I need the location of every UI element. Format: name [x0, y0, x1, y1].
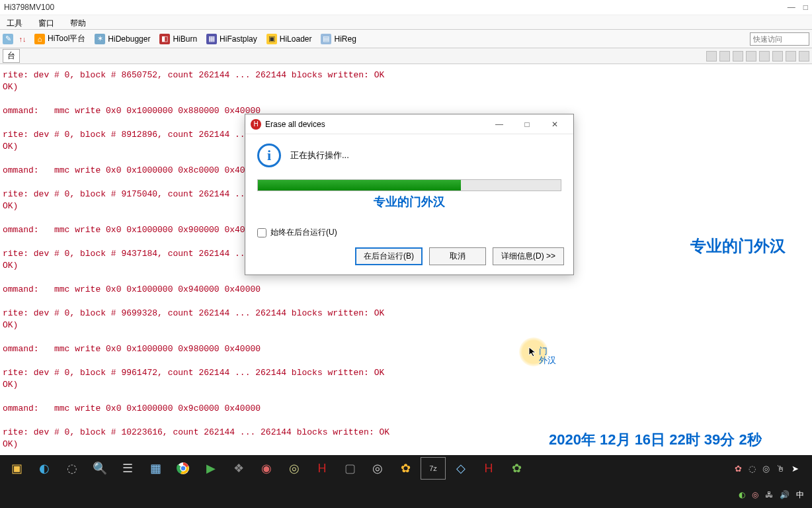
taskbar-explorer-icon[interactable]: ▣: [4, 457, 29, 480]
burn-icon: ◧: [159, 34, 170, 44]
cursor-icon: [528, 347, 539, 357]
taskbar-app-icon[interactable]: ✿: [504, 457, 529, 480]
erase-dialog: H Erase all devices — □ ✕ i 正在执行操作... 专业…: [245, 114, 574, 275]
dialog-titlebar: H Erase all devices — □ ✕: [245, 114, 573, 134]
action-icon[interactable]: [759, 51, 770, 62]
tool-hiloader[interactable]: ▣ HiLoader: [264, 32, 315, 46]
taskbar-app-icon[interactable]: ▢: [337, 457, 362, 480]
tool-hitool[interactable]: ⌂ HiTool平台: [32, 32, 88, 46]
subbar-actions: [706, 51, 809, 62]
toolbar-icon[interactable]: ✎: [3, 34, 13, 44]
menu-bar: 工具 窗口 帮助: [0, 15, 812, 30]
console-tab[interactable]: 台: [3, 49, 20, 63]
taskbar-app-icon[interactable]: ▦: [143, 457, 168, 480]
tool-hidebugger[interactable]: ✶ HiDebugger: [92, 32, 153, 46]
language-indicator[interactable]: 中: [796, 489, 804, 501]
action-icon[interactable]: [719, 51, 730, 62]
taskbar-edge-icon[interactable]: ◐: [32, 457, 57, 480]
reg-icon: ▤: [321, 34, 331, 44]
tray-icon[interactable]: ✿: [735, 464, 742, 474]
action-icon[interactable]: [772, 51, 783, 62]
dialog-minimize-button[interactable]: —: [486, 117, 512, 132]
tray-icon[interactable]: 🖱: [776, 464, 785, 474]
progress-fill: [258, 180, 461, 190]
taskbar-bottom: ◐ ◎ 🖧 🔊 中: [0, 482, 812, 508]
toolbar-icon[interactable]: ↑↓: [17, 34, 28, 44]
dialog-body: i 正在执行操作... 专业的门外汉: [245, 134, 573, 212]
toolbar: ✎ ↑↓ ⌂ HiTool平台 ✶ HiDebugger ◧ HiBurn ▦ …: [0, 30, 812, 48]
sub-toolbar: 台: [0, 48, 812, 64]
menu-help[interactable]: 帮助: [63, 17, 93, 28]
taskbar-player-icon[interactable]: ▶: [198, 457, 223, 480]
tray-icon[interactable]: ◎: [762, 464, 770, 474]
home-icon: ⌂: [34, 34, 45, 44]
window-controls: — □: [788, 3, 808, 12]
action-icon[interactable]: [746, 51, 756, 62]
taskbar-app-icon[interactable]: H: [309, 457, 335, 480]
minimize-button[interactable]: —: [788, 3, 795, 12]
taskbar-chrome-icon[interactable]: [171, 457, 196, 480]
details-button[interactable]: 详细信息(D) >>: [493, 247, 564, 265]
dialog-close-button[interactable]: ✕: [542, 117, 568, 132]
background-checkbox-row[interactable]: 始终在后台运行(U): [245, 212, 573, 242]
watermark-text: 专业的门外汉: [690, 235, 786, 257]
loader-icon: ▣: [266, 34, 277, 44]
taskbar-app-icon[interactable]: ◉: [254, 457, 279, 480]
dialog-maximize-button[interactable]: □: [514, 117, 540, 132]
dialog-message: 正在执行操作...: [290, 149, 349, 161]
tray-volume-icon[interactable]: 🔊: [780, 490, 790, 499]
progress-label: 专业的门外汉: [257, 194, 561, 210]
titlebar: Hi3798MV100 — □: [0, 0, 812, 15]
taskbar-app-icon[interactable]: ◇: [448, 457, 473, 480]
tray-icon[interactable]: ◌: [749, 464, 756, 474]
taskbar-taskview-icon[interactable]: ☰: [115, 457, 140, 480]
menu-tools[interactable]: 工具: [0, 17, 29, 28]
dialog-message-row: i 正在执行操作...: [257, 144, 561, 167]
progress-bar: [257, 179, 561, 191]
background-checkbox-label: 始终在后台运行(U): [270, 227, 337, 238]
cursor-label: 门 外汉: [539, 347, 556, 365]
system-tray: ✿ ◌ ◎ 🖱 ➤: [735, 464, 808, 474]
dialog-title: Erase all devices: [265, 120, 325, 129]
taskbar-7z-icon[interactable]: 7z: [421, 457, 446, 480]
taskbar-app-icon[interactable]: ◎: [282, 457, 307, 480]
taskbar: ▣ ◐ ◌ 🔍 ☰ ▦ ▶ ❖ ◉ ◎ H ▢ ◎ ✿ 7z ◇ H ✿ ✿ ◌…: [0, 455, 812, 508]
tray-icon[interactable]: ◐: [739, 490, 745, 499]
taskbar-app-icon[interactable]: H: [476, 457, 501, 480]
tray-icon[interactable]: ◎: [752, 490, 758, 499]
play-icon: ▦: [206, 34, 217, 44]
tool-hiburn[interactable]: ◧ HiBurn: [157, 32, 200, 46]
restore-button[interactable]: □: [803, 3, 808, 12]
window-title: Hi3798MV100: [4, 3, 54, 12]
taskbar-app-icon[interactable]: ❖: [226, 457, 251, 480]
info-icon: i: [257, 144, 281, 167]
bug-icon: ✶: [95, 34, 105, 44]
taskbar-apps: ▣ ◐ ◌ 🔍 ☰ ▦ ▶ ❖ ◉ ◎ H ▢ ◎ ✿ 7z ◇ H ✿ ✿ ◌…: [0, 455, 812, 482]
tray-network-icon[interactable]: 🖧: [765, 490, 773, 499]
action-icon[interactable]: [733, 51, 743, 62]
tool-hifastplay[interactable]: ▦ HiFastplay: [204, 32, 260, 46]
taskbar-obs-icon[interactable]: ◎: [365, 457, 390, 480]
taskbar-search-icon[interactable]: 🔍: [87, 457, 112, 480]
app-icon: H: [251, 119, 261, 130]
timestamp-overlay: 2020年 12月 16日 22时 39分 2秒: [549, 430, 762, 450]
taskbar-app-icon[interactable]: ✿: [393, 457, 418, 480]
cancel-button[interactable]: 取消: [429, 247, 486, 265]
menu-window[interactable]: 窗口: [32, 17, 61, 28]
taskbar-app-icon[interactable]: ◌: [60, 457, 85, 480]
tray-cursor-icon[interactable]: ➤: [792, 464, 799, 474]
search-input[interactable]: [750, 32, 809, 46]
svg-point-2: [181, 466, 186, 471]
run-background-button[interactable]: 在后台运行(B): [355, 247, 423, 265]
background-checkbox[interactable]: [257, 228, 266, 237]
action-icon[interactable]: [786, 51, 796, 62]
tool-hireg[interactable]: ▤ HiReg: [318, 32, 358, 46]
action-icon[interactable]: [799, 51, 809, 62]
dialog-buttons: 在后台运行(B) 取消 详细信息(D) >>: [245, 242, 573, 275]
action-icon[interactable]: [706, 51, 717, 62]
